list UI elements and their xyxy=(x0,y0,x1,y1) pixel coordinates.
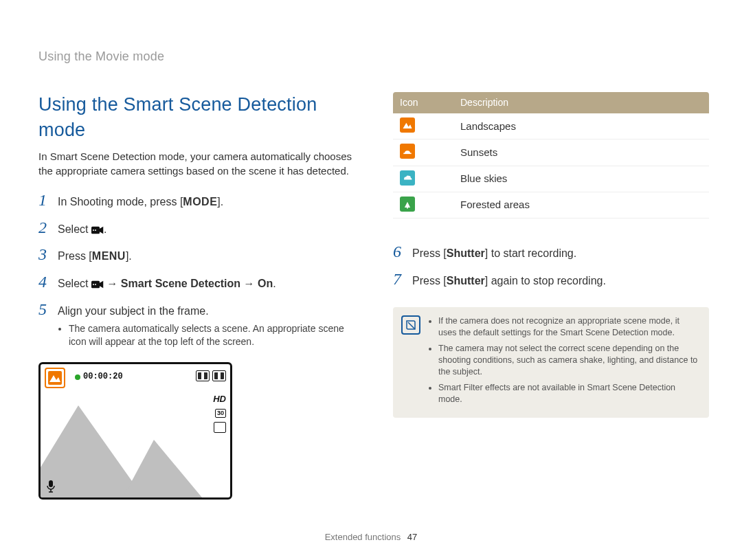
scene-icon-table: Icon Description LandscapesSunsetsBlue s… xyxy=(393,92,709,219)
scene-label: Sunsets xyxy=(453,139,709,166)
page-footer: Extended functions 47 xyxy=(0,531,742,544)
step-number: 1 xyxy=(38,192,54,208)
step-text: In Shooting mode, press [ xyxy=(58,196,183,208)
note-item: If the camera does not recognize an appr… xyxy=(438,315,699,339)
arrow: → xyxy=(106,278,120,289)
on-label: On xyxy=(258,278,273,289)
step-text: Select xyxy=(58,223,91,235)
step-number: 6 xyxy=(393,243,408,260)
step-number: 3 xyxy=(38,246,54,262)
note-icon xyxy=(401,315,420,335)
step-text: ] again to stop recording. xyxy=(485,275,606,287)
svg-point-4 xyxy=(93,284,94,285)
landscape-icon xyxy=(400,117,415,133)
step-5: Align your subject in the frame. The cam… xyxy=(58,304,355,352)
right-column: Icon Description LandscapesSunsetsBlue s… xyxy=(393,92,709,500)
step-7: Press [Shutter] again to stop recording. xyxy=(412,273,709,289)
svg-point-5 xyxy=(95,284,96,285)
svg-rect-6 xyxy=(49,480,53,487)
menu-key: MENU xyxy=(92,250,126,262)
microphone-icon xyxy=(46,480,56,493)
steps-list-left: 1 In Shooting mode, press [MODE]. 2 Sele… xyxy=(38,192,355,352)
landscape-icon xyxy=(48,371,62,385)
scene-label: Blue skies xyxy=(453,166,709,192)
storage-icon xyxy=(212,370,226,381)
svg-point-1 xyxy=(93,229,94,231)
step-number: 7 xyxy=(393,271,408,287)
video-mode-icon xyxy=(91,226,104,234)
svg-rect-9 xyxy=(407,208,408,209)
video-mode-icon xyxy=(91,280,104,289)
table-row: Forested areas xyxy=(393,192,709,218)
svg-point-2 xyxy=(95,229,96,231)
footer-section: Extended functions xyxy=(325,532,401,542)
step-text: ]. xyxy=(217,196,223,208)
table-row: Sunsets xyxy=(393,139,709,166)
step-text: ] to start recording. xyxy=(485,247,576,259)
step-text: Select xyxy=(58,278,91,289)
breadcrumb: Using the Movie mode xyxy=(38,48,701,65)
step-text: Press [ xyxy=(58,250,92,262)
step-4: Select → Smart Scene Detection → On. xyxy=(58,276,355,291)
table-header-description: Description xyxy=(453,92,709,113)
smart-scene-detection-label: Smart Scene Detection xyxy=(121,278,240,289)
step-number: 5 xyxy=(38,301,54,317)
table-header-icon: Icon xyxy=(393,92,453,113)
page-title: Using the Smart Scene Detection mode xyxy=(38,92,355,142)
note-item: The camera may not select the correct sc… xyxy=(438,343,699,378)
step-number: 4 xyxy=(38,273,54,290)
record-indicator-icon xyxy=(75,374,80,380)
step-text: . xyxy=(273,278,276,289)
step-5-notes: The camera automatically selects a scene… xyxy=(58,322,355,348)
steps-list-right: 6 Press [Shutter] to start recording. 7 … xyxy=(393,243,709,288)
note-box: If the camera does not recognize an appr… xyxy=(393,307,709,417)
left-column: Using the Smart Scene Detection mode In … xyxy=(38,92,355,500)
step-1: In Shooting mode, press [MODE]. xyxy=(58,194,355,210)
shutter-key: Shutter xyxy=(447,275,485,287)
step-5-note: The camera automatically selects a scene… xyxy=(69,322,355,348)
scene-label: Forested areas xyxy=(453,192,709,218)
step-text: . xyxy=(104,223,106,235)
page-number: 47 xyxy=(407,532,417,542)
fps-indicator: 30 xyxy=(215,409,226,418)
scene-icon-landscape xyxy=(45,368,65,388)
arrow: → xyxy=(240,278,258,289)
table-row: Landscapes xyxy=(393,113,709,139)
scene-label: Landscapes xyxy=(453,113,709,139)
step-text: Press [ xyxy=(412,247,447,259)
step-text: Align your subject in the frame. xyxy=(58,305,209,317)
step-2: Select . xyxy=(58,222,355,237)
forest-icon xyxy=(400,197,415,212)
mode-key: MODE xyxy=(183,196,217,208)
sunset-icon xyxy=(400,144,415,159)
step-number: 2 xyxy=(38,219,54,236)
metering-icon xyxy=(214,422,226,433)
table-row: Blue skies xyxy=(393,166,709,192)
intro-paragraph: In Smart Scene Detection mode, your came… xyxy=(38,149,355,178)
step-text: Press [ xyxy=(412,275,447,287)
step-6: Press [Shutter] to start recording. xyxy=(412,246,709,261)
hd-badge: HD xyxy=(213,393,226,405)
battery-icon xyxy=(196,370,210,381)
note-item: Smart Filter effects are not available i… xyxy=(438,382,699,405)
step-text: ]. xyxy=(126,250,132,262)
shutter-key: Shutter xyxy=(447,247,485,259)
record-time: 00:00:20 xyxy=(83,371,123,382)
step-3: Press [MENU]. xyxy=(58,249,355,264)
svg-line-10 xyxy=(408,322,415,329)
camera-lcd-illustration: 00:00:20 HD 30 xyxy=(38,362,232,500)
sky-icon xyxy=(400,170,415,186)
